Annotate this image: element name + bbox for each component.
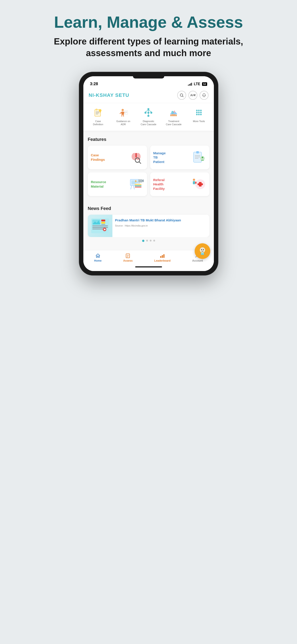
news-feed-title: News Feed: [88, 206, 209, 211]
home-icon: [95, 253, 101, 258]
status-bar: 3:28 LTE 53: [83, 78, 214, 88]
treatment-icon: [168, 107, 179, 118]
dot-3[interactable]: [150, 240, 152, 242]
svg-rect-85: [101, 220, 105, 222]
svg-rect-86: [101, 222, 105, 224]
phone-screen: 3:28 LTE 53 NI-KSHAY SETU: [83, 76, 214, 271]
language-button[interactable]: A/अ: [188, 91, 197, 100]
features-grid: CaseFindings: [88, 146, 209, 196]
bottom-nav: Home Assess Leaderboard: [83, 250, 214, 264]
app-header: NI-KSHAY SETU A/अ: [83, 88, 214, 103]
status-time: 3:28: [90, 82, 98, 86]
resource-material-icon: [128, 176, 144, 192]
svg-point-58: [202, 156, 203, 158]
svg-point-97: [203, 253, 204, 254]
nav-home[interactable]: Home: [94, 253, 101, 262]
tool-more-tools[interactable]: More Tools: [189, 107, 209, 126]
features-section: Features CaseFindings: [83, 132, 214, 203]
nav-assess[interactable]: Assess: [123, 253, 133, 262]
tool-treatment-cascade[interactable]: TreatmentCare Cascade: [164, 107, 184, 126]
svg-point-94: [202, 246, 203, 247]
home-bar: [135, 266, 162, 268]
svg-marker-70: [142, 179, 144, 182]
dot-1[interactable]: [142, 240, 144, 242]
feature-manage-tb[interactable]: ManageTBPatient: [150, 146, 209, 169]
svg-rect-103: [162, 255, 163, 258]
svg-rect-102: [160, 256, 161, 258]
svg-line-68: [133, 186, 134, 189]
news-card[interactable]: Pradhan Mantri TB Mukt Bharat Abhiyaan S…: [88, 215, 209, 237]
search-button[interactable]: [177, 91, 186, 100]
svg-point-46: [200, 114, 202, 116]
svg-point-23: [147, 115, 149, 117]
svg-rect-69: [138, 179, 142, 182]
tool-case-definition[interactable]: CaseDefinition: [88, 107, 108, 126]
svg-rect-98: [126, 254, 130, 258]
news-content: Pradhan Mantri TB Mukt Bharat Abhiyaan S…: [112, 215, 209, 237]
page-header: Learn, Manage & Assess Explore different…: [48, 14, 249, 59]
svg-rect-33: [170, 114, 171, 116]
news-section: News Feed: [83, 203, 214, 248]
page-title: Learn, Manage & Assess: [48, 14, 249, 31]
signal-icon: [188, 82, 192, 86]
nav-leaderboard[interactable]: Leaderboard: [154, 253, 171, 262]
notification-button[interactable]: [200, 91, 209, 100]
svg-rect-104: [163, 254, 164, 258]
svg-point-90: [200, 247, 205, 253]
svg-line-14: [123, 115, 124, 116]
svg-rect-64: [135, 186, 141, 188]
feature-referral-health[interactable]: ReferalHealthFacility: [150, 172, 209, 196]
phone-frame: 3:28 LTE 53 NI-KSHAY SETU: [79, 72, 218, 275]
svg-point-40: [200, 110, 202, 111]
feature-resource-material[interactable]: ResourceMaterial: [88, 172, 147, 196]
nav-home-label: Home: [94, 259, 101, 262]
dot-2[interactable]: [146, 240, 148, 242]
svg-point-9: [122, 109, 124, 111]
tool-diagnostic-cascade[interactable]: DiagnosticCare Cascade: [138, 107, 158, 126]
svg-rect-34: [172, 114, 173, 116]
leaderboard-icon: [160, 253, 165, 258]
tool-guidance-adr[interactable]: Guidance onADR: [113, 107, 133, 126]
home-indicator: [83, 264, 214, 271]
svg-rect-75: [193, 181, 195, 184]
app-logo: NI-KSHAY SETU: [89, 92, 129, 98]
svg-point-22: [150, 112, 152, 114]
svg-rect-35: [173, 114, 174, 116]
svg-point-7: [99, 109, 101, 112]
diagnostic-icon: [143, 107, 154, 118]
notch: [133, 76, 164, 78]
svg-point-43: [200, 112, 202, 113]
manage-tb-label: ManageTBPatient: [153, 151, 166, 164]
referral-health-icon: [191, 176, 206, 192]
svg-line-24: [145, 110, 148, 112]
more-tools-icon: [193, 107, 205, 118]
svg-rect-36: [174, 114, 175, 116]
header-icons: A/अ: [177, 91, 209, 100]
news-thumbnail: [88, 215, 112, 237]
svg-line-67: [131, 186, 132, 189]
ask-setu-button[interactable]: [195, 243, 210, 259]
lang-label: A/अ: [190, 94, 195, 97]
svg-point-39: [198, 110, 200, 111]
manage-tb-icon: [191, 150, 206, 165]
svg-rect-73: [198, 183, 203, 185]
tools-row: CaseDefinition: [83, 103, 214, 132]
bell-icon: [202, 93, 206, 97]
more-tools-label: More Tools: [193, 120, 205, 123]
svg-point-92: [203, 249, 204, 250]
svg-line-11: [120, 112, 121, 114]
dot-4[interactable]: [153, 240, 155, 242]
news-source: Source : https://tbcindia.gov.in: [115, 224, 207, 227]
referral-health-label: ReferalHealthFacility: [153, 178, 165, 191]
svg-point-20: [145, 112, 146, 114]
guidance-label: Guidance onADR: [116, 120, 130, 126]
robot-icon: [197, 246, 208, 257]
svg-rect-37: [176, 114, 177, 116]
svg-rect-87: [101, 224, 105, 225]
case-definition-label: CaseDefinition: [93, 120, 103, 126]
nav-assess-label: Assess: [123, 259, 133, 262]
feature-case-findings[interactable]: CaseFindings: [88, 146, 147, 169]
svg-point-96: [201, 253, 202, 254]
svg-rect-10: [121, 112, 124, 115]
page-subtitle: Explore different types of learning mate…: [48, 36, 249, 59]
